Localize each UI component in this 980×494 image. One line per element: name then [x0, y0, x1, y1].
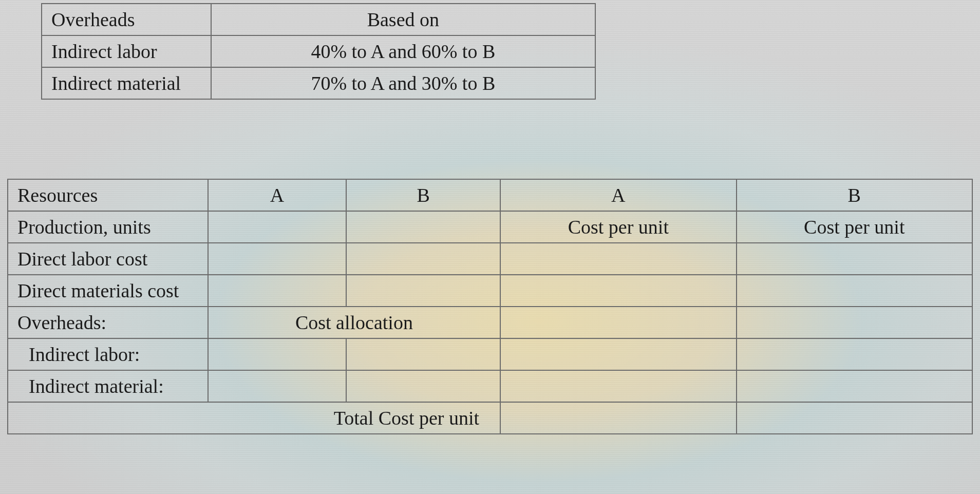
- row-indirectmaterial-label: Indirect material:: [8, 370, 208, 402]
- row-directlabor-cpu-b: [737, 243, 972, 275]
- row-overheads-cpu-a: [500, 307, 736, 338]
- row-indirectlabor-cpu-b: [737, 338, 972, 370]
- row-overheads-costallocation: Cost allocation: [208, 307, 500, 338]
- row-directlabor-b: [346, 243, 500, 275]
- row-overheads-label: Overheads:: [8, 307, 208, 338]
- row-production-label: Production, units: [8, 211, 208, 243]
- row-directlabor-cpu-a: [500, 243, 736, 275]
- row-indirectmaterial-a: [208, 370, 347, 402]
- row-indirectmaterial-cpu-a: [500, 370, 736, 402]
- row-indirectlabor-b: [346, 338, 500, 370]
- cell-overheads-header: Overheads: [42, 4, 211, 35]
- row-production-a: [208, 211, 347, 243]
- cell-indirect-labor-label: Indirect labor: [42, 35, 211, 67]
- table-row: Total Cost per unit: [8, 402, 972, 434]
- cell-indirect-material-basis: 70% to A and 30% to B: [211, 67, 595, 99]
- row-directlabor-a: [208, 243, 347, 275]
- table-row: Indirect material 70% to A and 30% to B: [42, 67, 595, 99]
- overheads-allocation-table: Overheads Based on Indirect labor 40% to…: [41, 3, 596, 100]
- cost-per-unit-table: Resources A B A B Production, units Cost…: [7, 179, 973, 434]
- row-directmaterials-b: [346, 275, 500, 307]
- row-indirectlabor-cpu-a: [500, 338, 736, 370]
- table-row: Direct materials cost: [8, 275, 972, 307]
- table-row: Resources A B A B: [8, 179, 972, 211]
- row-directlabor-label: Direct labor cost: [8, 243, 208, 275]
- table-row: Overheads: Cost allocation: [8, 307, 972, 338]
- row-total-label: Total Cost per unit: [8, 402, 500, 434]
- cell-indirect-material-label: Indirect material: [42, 67, 211, 99]
- cell-basedon-header: Based on: [211, 4, 595, 35]
- header-a: A: [208, 179, 347, 211]
- table-row: Indirect labor:: [8, 338, 972, 370]
- table-row: Indirect material:: [8, 370, 972, 402]
- header-b: B: [346, 179, 500, 211]
- row-directmaterials-cpu-a: [500, 275, 736, 307]
- table-row: Overheads Based on: [42, 4, 595, 35]
- cell-indirect-labor-basis: 40% to A and 60% to B: [211, 35, 595, 67]
- row-total-cpu-b: [737, 402, 972, 434]
- table-row: Production, units Cost per unit Cost per…: [8, 211, 972, 243]
- header-a-cpu: A: [500, 179, 736, 211]
- row-overheads-cpu-b: [737, 307, 972, 338]
- row-total-cpu-a: [500, 402, 736, 434]
- row-production-cpu-b: Cost per unit: [737, 211, 972, 243]
- row-indirectlabor-a: [208, 338, 347, 370]
- row-production-b: [346, 211, 500, 243]
- table-row: Direct labor cost: [8, 243, 972, 275]
- row-directmaterials-cpu-b: [737, 275, 972, 307]
- header-resources: Resources: [8, 179, 208, 211]
- row-directmaterials-a: [208, 275, 347, 307]
- row-indirectmaterial-b: [346, 370, 500, 402]
- row-indirectlabor-label: Indirect labor:: [8, 338, 208, 370]
- header-b-cpu: B: [737, 179, 972, 211]
- row-indirectmaterial-cpu-b: [737, 370, 972, 402]
- row-directmaterials-label: Direct materials cost: [8, 275, 208, 307]
- table-row: Indirect labor 40% to A and 60% to B: [42, 35, 595, 67]
- row-production-cpu-a: Cost per unit: [500, 211, 736, 243]
